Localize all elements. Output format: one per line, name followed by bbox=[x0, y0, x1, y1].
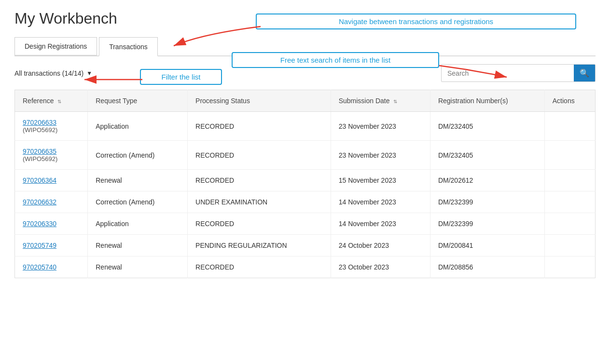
cell-reference: 970205740 bbox=[15, 256, 88, 278]
search-box: 🔍 bbox=[441, 64, 596, 82]
reference-link[interactable]: 970206632 bbox=[23, 198, 56, 206]
col-header-registration-numbers: Registration Number(s) bbox=[430, 90, 544, 112]
sort-icon-reference[interactable]: ⇅ bbox=[57, 99, 61, 104]
search-input[interactable] bbox=[442, 66, 574, 81]
cell-submission-date: 14 November 2023 bbox=[331, 213, 430, 235]
cell-registration-numbers: DM/232405 bbox=[430, 141, 544, 170]
cell-request-type: Renewal bbox=[88, 235, 188, 256]
cell-processing-status: RECORDED bbox=[188, 213, 331, 235]
cell-processing-status: PENDING REGULARIZATION bbox=[188, 235, 331, 256]
cell-processing-status: UNDER EXAMINATION bbox=[188, 191, 331, 213]
sort-icon-submission-date[interactable]: ⇅ bbox=[393, 99, 397, 104]
cell-actions bbox=[544, 112, 595, 141]
cell-actions bbox=[544, 191, 595, 213]
cell-actions bbox=[544, 170, 595, 191]
cell-actions bbox=[544, 235, 595, 256]
cell-request-type: Application bbox=[88, 213, 188, 235]
col-header-request-type: Request Type bbox=[88, 90, 188, 112]
cell-registration-numbers: DM/202612 bbox=[430, 170, 544, 191]
table-row: 970206364RenewalRECORDED15 November 2023… bbox=[15, 170, 596, 191]
cell-actions bbox=[544, 141, 595, 170]
filter-search-row: All transactions (14/14) ▼ 🔍 bbox=[14, 64, 596, 82]
cell-registration-numbers: DM/232405 bbox=[430, 112, 544, 141]
reference-link[interactable]: 970206364 bbox=[23, 176, 56, 184]
cell-request-type: Correction (Amend) bbox=[88, 191, 188, 213]
cell-processing-status: RECORDED bbox=[188, 170, 331, 191]
reference-link[interactable]: 970206635 bbox=[23, 148, 56, 155]
col-header-actions: Actions bbox=[544, 90, 595, 112]
cell-reference: 970206364 bbox=[15, 170, 88, 191]
cell-actions bbox=[544, 256, 595, 278]
tab-design-registrations[interactable]: Design Registrations bbox=[14, 37, 97, 55]
page-wrapper: My Workbench Design Registrations Transa… bbox=[0, 0, 610, 364]
table-row: 970206632Correction (Amend)UNDER EXAMINA… bbox=[15, 191, 596, 213]
cell-request-type: Renewal bbox=[88, 256, 188, 278]
transactions-table: Reference ⇅ Request Type Processing Stat… bbox=[14, 90, 596, 278]
col-header-submission-date: Submission Date ⇅ bbox=[331, 90, 430, 112]
page-title: My Workbench bbox=[14, 10, 596, 27]
reference-sub: (WIPO5692) bbox=[23, 126, 80, 134]
cell-reference: 970206633(WIPO5692) bbox=[15, 112, 88, 141]
cell-registration-numbers: DM/232399 bbox=[430, 191, 544, 213]
reference-link[interactable]: 970205749 bbox=[23, 242, 56, 249]
table-row: 970206330ApplicationRECORDED14 November … bbox=[15, 213, 596, 235]
table-row: 970206633(WIPO5692)ApplicationRECORDED23… bbox=[15, 112, 596, 141]
table-row: 970206635(WIPO5692)Correction (Amend)REC… bbox=[15, 141, 596, 170]
table-row: 970205749RenewalPENDING REGULARIZATION24… bbox=[15, 235, 596, 256]
cell-submission-date: 23 November 2023 bbox=[331, 112, 430, 141]
filter-dropdown[interactable]: All transactions (14/14) ▼ bbox=[14, 69, 92, 77]
cell-request-type: Renewal bbox=[88, 170, 188, 191]
table-row: 970205740RenewalRECORDED23 October 2023D… bbox=[15, 256, 596, 278]
cell-submission-date: 15 November 2023 bbox=[331, 170, 430, 191]
search-icon: 🔍 bbox=[580, 68, 589, 78]
col-header-processing-status: Processing Status bbox=[188, 90, 331, 112]
cell-request-type: Application bbox=[88, 112, 188, 141]
cell-reference: 970206635(WIPO5692) bbox=[15, 141, 88, 170]
table-header-row: Reference ⇅ Request Type Processing Stat… bbox=[15, 90, 596, 112]
cell-processing-status: RECORDED bbox=[188, 112, 331, 141]
col-header-reference: Reference ⇅ bbox=[15, 90, 88, 112]
cell-reference: 970206330 bbox=[15, 213, 88, 235]
reference-link[interactable]: 970206330 bbox=[23, 220, 56, 228]
tabs-row: Design Registrations Transactions bbox=[14, 37, 596, 56]
cell-actions bbox=[544, 213, 595, 235]
cell-registration-numbers: DM/200841 bbox=[430, 235, 544, 256]
cell-submission-date: 24 October 2023 bbox=[331, 235, 430, 256]
cell-reference: 970205749 bbox=[15, 235, 88, 256]
reference-link[interactable]: 970206633 bbox=[23, 119, 56, 126]
cell-registration-numbers: DM/232399 bbox=[430, 213, 544, 235]
cell-processing-status: RECORDED bbox=[188, 256, 331, 278]
reference-link[interactable]: 970205740 bbox=[23, 263, 56, 271]
cell-submission-date: 23 November 2023 bbox=[331, 141, 430, 170]
search-button[interactable]: 🔍 bbox=[574, 65, 595, 81]
cell-processing-status: RECORDED bbox=[188, 141, 331, 170]
cell-request-type: Correction (Amend) bbox=[88, 141, 188, 170]
filter-label: All transactions (14/14) bbox=[14, 69, 83, 77]
reference-sub: (WIPO5692) bbox=[23, 155, 80, 162]
table-body: 970206633(WIPO5692)ApplicationRECORDED23… bbox=[15, 112, 596, 278]
chevron-down-icon: ▼ bbox=[86, 70, 92, 77]
cell-registration-numbers: DM/208856 bbox=[430, 256, 544, 278]
cell-reference: 970206632 bbox=[15, 191, 88, 213]
tab-transactions[interactable]: Transactions bbox=[99, 37, 158, 56]
cell-submission-date: 14 November 2023 bbox=[331, 191, 430, 213]
cell-submission-date: 23 October 2023 bbox=[331, 256, 430, 278]
